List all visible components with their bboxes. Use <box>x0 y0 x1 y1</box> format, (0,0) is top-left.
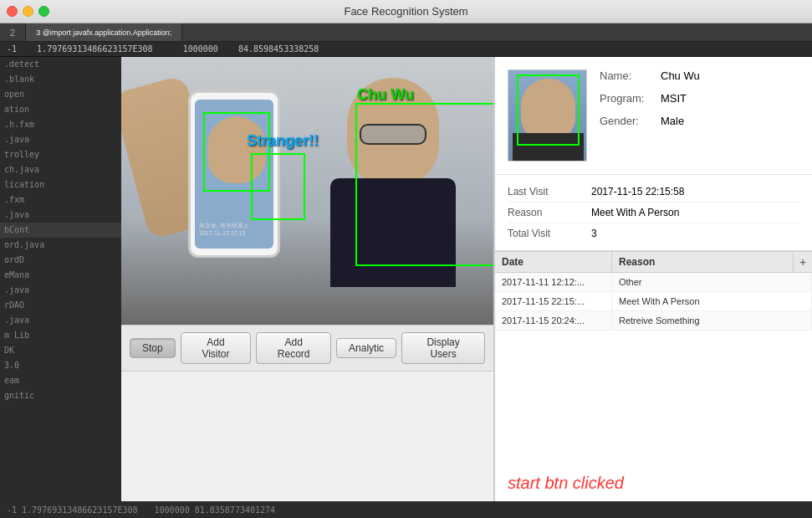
tab-bar: 2 3 @import javafx.application.Applicati… <box>0 23 812 42</box>
person-details: Name: Chu Wu Program: MSIT Gender: Male <box>600 69 799 162</box>
bottom-bar: -1 1.79769313486623157E308 1000000 81.83… <box>0 501 812 518</box>
table-row: 2017-11-15 22:15:... Meet With A Person <box>495 292 812 311</box>
editor-line: m Lib <box>0 328 121 343</box>
program-label: Program: <box>600 92 654 105</box>
face-name-label: Chu Wu <box>357 86 414 104</box>
editor-line: ation <box>0 102 121 117</box>
tab-item-2[interactable]: 3 @import javafx.application.Application… <box>26 23 182 41</box>
status-area <box>495 358 812 465</box>
right-panel: Name: Chu Wu Program: MSIT Gender: Male <box>494 57 812 501</box>
main-window: Face Recognition System 2 3 @import java… <box>0 0 812 518</box>
editor-line: ord.java <box>0 238 121 253</box>
table-row: 2017-11-15 20:24:... Retreive Something <box>495 311 812 331</box>
editor-line: .java <box>0 132 121 147</box>
row-reason-2: Meet With A Person <box>612 292 812 310</box>
minimize-button[interactable] <box>23 6 33 17</box>
table-header: Date Reason + <box>495 251 812 273</box>
tab-item-1[interactable]: 2 <box>0 23 26 41</box>
editor-line: 3.0 <box>0 358 121 373</box>
reason-value: Meet With A Person <box>591 207 679 218</box>
reason-column-header: Reason <box>612 252 794 272</box>
editor-line: lication <box>0 177 121 192</box>
traffic-lights <box>7 6 49 17</box>
window-title: Face Recognition System <box>344 5 467 18</box>
maximize-button[interactable] <box>38 6 49 17</box>
status-message-section: start btn clicked <box>495 465 812 501</box>
last-visit-row: Last Visit 2017-11-15 22:15:58 <box>508 182 799 203</box>
editor-line: .h.fxm <box>0 117 121 132</box>
editor-line: .java <box>0 283 121 298</box>
editor-line: DK <box>0 343 121 358</box>
name-row: Name: Chu Wu <box>600 69 799 82</box>
top-number-bar: -1 1.79769313486623157E308 1000000 84.85… <box>7 44 319 54</box>
gender-value: Male <box>661 115 684 127</box>
status-text: start btn clicked <box>508 474 624 492</box>
editor-line: .detect <box>0 57 121 72</box>
center-panel: 朱文举, 有关联系人2017-11-15 22:15 Stranger!! <box>121 57 494 501</box>
editor-line: .fxm <box>0 192 121 208</box>
gender-label: Gender: <box>600 115 654 127</box>
editor-line: ordD <box>0 253 121 268</box>
row-reason-1: Other <box>612 273 812 291</box>
editor-line: ch.java <box>0 162 121 177</box>
below-toolbar-area <box>121 372 493 501</box>
name-label: Name: <box>600 69 654 82</box>
face-detection-box-stranger <box>251 153 305 220</box>
title-bar: Face Recognition System <box>0 0 812 23</box>
face-detection-box-main: Chu Wu <box>355 103 493 266</box>
bottom-right-text: 1000000 81.8358773401274 <box>155 505 276 515</box>
editor-line: trolley <box>0 147 121 162</box>
person-photo <box>508 69 587 162</box>
editor-line: eam <box>0 373 121 388</box>
gender-row: Gender: Male <box>600 115 799 127</box>
editor-line: open <box>0 87 121 102</box>
editor-line: .java <box>0 313 121 328</box>
add-record-icon[interactable]: + <box>794 252 812 272</box>
person-photo-detection-box <box>517 74 580 146</box>
editor-line: gnitic <box>0 388 121 403</box>
total-visit-value: 3 <box>591 228 597 239</box>
name-value: Chu Wu <box>661 69 700 82</box>
last-visit-value: 2017-11-15 22:15:58 <box>591 186 684 197</box>
editor-line: rDAO <box>0 298 121 313</box>
person-info-section: Name: Chu Wu Program: MSIT Gender: Male <box>495 57 812 175</box>
row-date-2: 2017-11-15 22:15:... <box>495 292 612 310</box>
row-reason-3: Retreive Something <box>612 311 812 330</box>
reason-label: Reason <box>508 207 591 218</box>
table-row: 2017-11-11 12:12:... Other <box>495 273 812 292</box>
editor-line: .blank <box>0 72 121 87</box>
row-date-3: 2017-11-15 20:24:... <box>495 311 612 330</box>
editor-line: .java <box>0 208 121 223</box>
program-value: MSIT <box>661 92 687 105</box>
add-record-button[interactable]: Add Record <box>256 332 331 364</box>
analytic-button[interactable]: Analytic <box>336 338 396 358</box>
video-feed: 朱文举, 有关联系人2017-11-15 22:15 Stranger!! <box>121 57 493 325</box>
last-visit-label: Last Visit <box>508 186 591 197</box>
reason-row: Reason Meet With A Person <box>508 203 799 223</box>
bottom-left-text: -1 1.79769313486623157E308 <box>7 505 138 515</box>
date-column-header: Date <box>495 252 612 272</box>
program-row: Program: MSIT <box>600 92 799 105</box>
display-users-button[interactable]: Display Users <box>401 332 485 364</box>
history-table: Date Reason + 2017-11-11 12:12:... Other… <box>495 251 812 358</box>
editor-line: eMana <box>0 268 121 283</box>
toolbar: Stop Add Visitor Add Record Analytic Dis… <box>121 325 493 372</box>
phone-text: 朱文举, 有关联系人2017-11-15 22:15 <box>199 222 249 236</box>
stranger-face-label: Stranger!! <box>247 132 319 150</box>
main-content: .detect .blank open ation .h.fxm .java t… <box>0 57 812 501</box>
close-button[interactable] <box>7 6 18 17</box>
visit-info-section: Last Visit 2017-11-15 22:15:58 Reason Me… <box>495 175 812 251</box>
stop-button[interactable]: Stop <box>130 338 176 358</box>
code-editor-sidebar: .detect .blank open ation .h.fxm .java t… <box>0 57 121 501</box>
total-visit-row: Total Visit 3 <box>508 223 799 244</box>
editor-line: bCont <box>0 223 121 238</box>
total-visit-label: Total Visit <box>508 228 591 239</box>
row-date-1: 2017-11-11 12:12:... <box>495 273 612 291</box>
add-visitor-button[interactable]: Add Visitor <box>181 332 252 364</box>
